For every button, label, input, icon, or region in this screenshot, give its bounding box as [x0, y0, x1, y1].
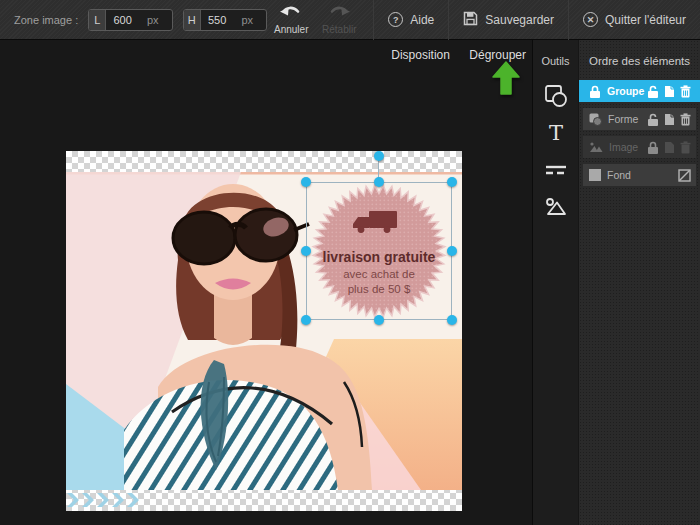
zone-image-label: Zone image : — [14, 14, 78, 26]
duplicate-icon[interactable] — [664, 85, 675, 98]
height-field-group: H 550 px — [183, 9, 268, 31]
undo-icon — [280, 4, 302, 22]
height-input[interactable]: 550 — [201, 10, 241, 30]
lock-icon[interactable] — [647, 141, 659, 154]
width-unit-label: px — [147, 10, 172, 30]
disposition-button[interactable]: Disposition — [391, 48, 450, 62]
selection-handle-nw[interactable] — [301, 177, 311, 187]
trash-icon[interactable] — [680, 85, 691, 98]
editor-main: Disposition Dégrouper — [0, 40, 700, 525]
selection-handle-ne[interactable] — [447, 177, 457, 187]
quit-editor-label: Quitter l'éditeur — [605, 13, 686, 27]
toolbar-divider — [568, 0, 569, 40]
degrouper-button[interactable]: Dégrouper — [469, 48, 526, 62]
trash-icon[interactable] — [680, 113, 691, 126]
redo-label: Rétablir — [322, 24, 356, 35]
redo-icon — [328, 4, 350, 22]
layer-label: Image — [609, 141, 638, 153]
layer-label: Fond — [607, 169, 631, 181]
width-input[interactable]: 600 — [106, 10, 146, 30]
help-icon: ? — [388, 12, 403, 27]
selection-handle-sw[interactable] — [301, 315, 311, 325]
layer-label: Forme — [608, 113, 638, 125]
save-label: Sauvegarder — [485, 13, 554, 27]
chevrons-decoration — [67, 493, 145, 507]
svg-text:T: T — [548, 121, 562, 145]
toolbar-divider — [448, 0, 449, 40]
color-swatch — [589, 169, 601, 181]
artboard[interactable]: livraison gratuite avec achat de plus de… — [66, 151, 462, 511]
tools-sidebar: Outils T — [532, 40, 578, 525]
canvas-actions-bar: Disposition Dégrouper — [0, 48, 532, 62]
layers-panel-title: Ordre des éléments — [579, 55, 700, 67]
layer-row-forme[interactable]: Forme — [583, 108, 696, 130]
layer-row-image[interactable]: Image — [583, 136, 696, 158]
redo-button[interactable]: Rétablir — [315, 0, 363, 39]
height-unit-label: px — [241, 10, 266, 30]
undo-button[interactable]: Annuler — [267, 0, 315, 39]
undo-label: Annuler — [274, 24, 308, 35]
quit-editor-button[interactable]: ✕ Quitter l'éditeur — [579, 0, 690, 39]
selection-handle-e[interactable] — [447, 246, 457, 256]
toolbar-actions: Annuler Rétablir ? Aide — [267, 0, 700, 39]
image-icon — [589, 141, 603, 153]
layers-panel: Ordre des éléments Groupe — [578, 40, 700, 525]
lines-tool-icon[interactable] — [541, 157, 571, 183]
selection-handle-n[interactable] — [374, 177, 384, 187]
toolbar-divider — [373, 0, 374, 40]
save-button[interactable]: Sauvegarder — [459, 0, 558, 39]
help-label: Aide — [410, 13, 434, 27]
height-field-label: H — [184, 10, 201, 30]
unlock-icon[interactable] — [647, 113, 659, 126]
image-tool-icon[interactable] — [541, 194, 571, 220]
layer-label: Groupe — [607, 85, 644, 97]
shape-icon — [589, 113, 602, 126]
top-toolbar: Zone image : L 600 px H 550 px Annuler — [0, 0, 700, 40]
transparency-icon[interactable] — [678, 169, 691, 182]
unlock-icon[interactable] — [647, 85, 659, 98]
selection-handle-w[interactable] — [301, 246, 311, 256]
text-tool-icon[interactable]: T — [541, 120, 571, 146]
width-field-label: L — [89, 10, 106, 30]
layer-row-fond[interactable]: Fond — [583, 164, 696, 186]
shapes-tool-icon[interactable] — [541, 83, 571, 109]
help-button[interactable]: ? Aide — [384, 0, 438, 39]
green-arrow-annotation — [489, 61, 523, 95]
rotation-handle[interactable] — [374, 151, 384, 161]
duplicate-icon[interactable] — [664, 141, 675, 154]
selection-handle-se[interactable] — [447, 315, 457, 325]
trash-icon[interactable] — [680, 141, 691, 154]
lock-icon — [589, 85, 601, 98]
selection-bounding-box[interactable] — [306, 182, 452, 320]
width-field-group: L 600 px — [88, 9, 173, 31]
selection-handle-s[interactable] — [374, 315, 384, 325]
tools-title: Outils — [533, 55, 578, 67]
layer-row-groupe[interactable]: Groupe — [579, 80, 700, 102]
save-icon — [463, 11, 478, 29]
close-icon: ✕ — [583, 12, 598, 27]
duplicate-icon[interactable] — [664, 113, 675, 126]
